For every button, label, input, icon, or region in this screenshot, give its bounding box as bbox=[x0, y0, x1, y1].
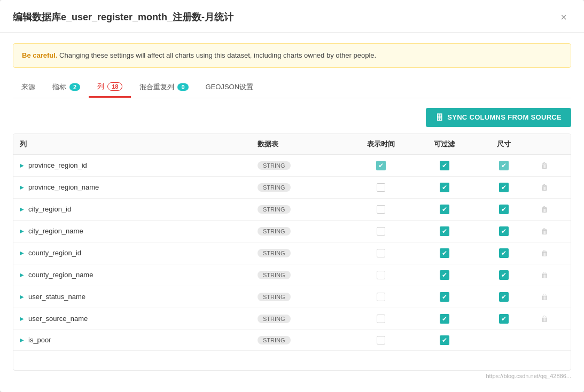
table-row: ▶ county_region_id STRING bbox=[13, 242, 571, 264]
time-checkbox[interactable] bbox=[377, 336, 385, 344]
th-col-name: 列 bbox=[13, 134, 251, 155]
col-type-cell: STRING bbox=[251, 198, 348, 220]
table-section: 🗄 SYNC COLUMNS FROM SOURCE 列 数据表 表示时间 可过… bbox=[13, 108, 571, 382]
expand-arrow-icon[interactable]: ▶ bbox=[20, 316, 24, 322]
delete-row-button[interactable]: 🗑 bbox=[540, 160, 549, 171]
col-time-cell bbox=[348, 242, 415, 264]
tab-source[interactable]: 来源 bbox=[13, 78, 44, 97]
delete-row-button[interactable]: 🗑 bbox=[540, 182, 549, 193]
expand-arrow-icon[interactable]: ▶ bbox=[20, 162, 24, 168]
expand-arrow-icon[interactable]: ▶ bbox=[20, 228, 24, 234]
col-size-cell bbox=[474, 330, 533, 350]
alert-box: Be careful. Changing these settings will… bbox=[13, 43, 571, 68]
delete-row-button[interactable]: 🗑 bbox=[540, 313, 549, 324]
columns-table-wrapper[interactable]: 列 数据表 表示时间 可过滤 尺寸 bbox=[13, 134, 571, 371]
col-type-cell: STRING bbox=[251, 264, 348, 286]
size-checkbox[interactable]: ✔ bbox=[499, 183, 509, 192]
expand-arrow-icon[interactable]: ▶ bbox=[20, 272, 24, 278]
delete-row-button[interactable]: 🗑 bbox=[540, 226, 549, 237]
th-col-size: 尺寸 bbox=[474, 134, 533, 155]
tab-metrics[interactable]: 指标 2 bbox=[44, 78, 89, 97]
filter-checkbox[interactable]: ✔ bbox=[440, 335, 449, 345]
col-time-cell bbox=[348, 198, 415, 220]
column-name-text: user_status_name bbox=[28, 293, 85, 301]
col-size-cell: ✔ bbox=[474, 154, 533, 176]
size-checkbox[interactable]: ✔ bbox=[499, 226, 509, 236]
col-delete-cell: 🗑 bbox=[533, 264, 571, 286]
filter-checkbox[interactable]: ✔ bbox=[440, 183, 449, 192]
col-delete-cell: 🗑 bbox=[533, 308, 571, 330]
delete-row-button[interactable]: 🗑 bbox=[540, 292, 549, 302]
column-name-text: county_region_id bbox=[28, 249, 81, 257]
expand-arrow-icon[interactable]: ▶ bbox=[20, 184, 24, 190]
time-checkbox[interactable] bbox=[377, 271, 385, 279]
th-col-type: 数据表 bbox=[251, 134, 348, 155]
expand-arrow-icon[interactable]: ▶ bbox=[20, 206, 24, 212]
time-checkbox[interactable] bbox=[377, 293, 385, 301]
time-checkbox[interactable]: ✔ bbox=[376, 161, 386, 170]
filter-checkbox[interactable]: ✔ bbox=[440, 270, 449, 280]
col-type-cell: STRING bbox=[251, 330, 348, 350]
col-type-cell: STRING bbox=[251, 242, 348, 264]
size-checkbox[interactable]: ✔ bbox=[499, 161, 509, 170]
filter-checkbox[interactable]: ✔ bbox=[440, 314, 449, 324]
type-badge: STRING bbox=[258, 183, 291, 192]
filter-checkbox[interactable]: ✔ bbox=[440, 248, 449, 258]
time-checkbox[interactable] bbox=[377, 227, 385, 236]
type-badge: STRING bbox=[258, 315, 291, 323]
filter-checkbox[interactable]: ✔ bbox=[440, 161, 449, 170]
th-col-actions bbox=[533, 134, 571, 155]
column-name-text: province_region_name bbox=[28, 183, 99, 191]
col-filter-cell: ✔ bbox=[415, 198, 474, 220]
time-checkbox[interactable] bbox=[377, 315, 385, 323]
col-type-cell: STRING bbox=[251, 286, 348, 308]
tab-mixed[interactable]: 混合重复列 0 bbox=[131, 78, 197, 97]
time-checkbox[interactable] bbox=[377, 205, 385, 214]
tab-geojson[interactable]: GEOJSON设置 bbox=[197, 78, 262, 97]
col-type-cell: STRING bbox=[251, 220, 348, 242]
col-size-cell: ✔ bbox=[474, 242, 533, 264]
size-checkbox[interactable]: ✔ bbox=[499, 205, 509, 214]
col-type-cell: STRING bbox=[251, 154, 348, 176]
close-button[interactable]: × bbox=[556, 10, 571, 25]
col-time-cell bbox=[348, 264, 415, 286]
time-checkbox[interactable] bbox=[377, 183, 385, 192]
col-filter-cell: ✔ bbox=[415, 308, 474, 330]
col-filter-cell: ✔ bbox=[415, 154, 474, 176]
th-col-filter: 可过滤 bbox=[415, 134, 474, 155]
col-name-cell: ▶ county_region_id bbox=[13, 242, 251, 264]
col-filter-cell: ✔ bbox=[415, 286, 474, 308]
tab-mixed-badge: 0 bbox=[177, 83, 188, 91]
col-delete-cell: 🗑 bbox=[533, 176, 571, 198]
size-checkbox[interactable]: ✔ bbox=[499, 292, 509, 302]
tab-columns-badge: 18 bbox=[107, 82, 122, 91]
col-size-cell: ✔ bbox=[474, 264, 533, 286]
size-checkbox[interactable]: ✔ bbox=[499, 248, 509, 258]
table-row: ▶ county_region_name STRING bbox=[13, 264, 571, 286]
filter-checkbox[interactable]: ✔ bbox=[440, 292, 449, 302]
delete-row-button[interactable]: 🗑 bbox=[540, 270, 549, 280]
sync-columns-button[interactable]: 🗄 SYNC COLUMNS FROM SOURCE bbox=[426, 108, 571, 127]
size-checkbox[interactable]: ✔ bbox=[499, 314, 509, 324]
type-badge: STRING bbox=[258, 271, 291, 279]
tab-source-label: 来源 bbox=[21, 82, 35, 92]
size-checkbox[interactable]: ✔ bbox=[499, 270, 509, 280]
filter-checkbox[interactable]: ✔ bbox=[440, 226, 449, 236]
type-badge: STRING bbox=[258, 336, 291, 344]
tab-columns[interactable]: 列 18 bbox=[89, 77, 131, 98]
tab-geojson-label: GEOJSON设置 bbox=[206, 82, 254, 92]
tab-metrics-badge: 2 bbox=[69, 83, 80, 91]
expand-arrow-icon[interactable]: ▶ bbox=[20, 294, 24, 300]
delete-row-button[interactable]: 🗑 bbox=[540, 204, 549, 215]
expand-arrow-icon[interactable]: ▶ bbox=[20, 337, 24, 343]
delete-row-button[interactable]: 🗑 bbox=[540, 248, 549, 258]
col-delete-cell: 🗑 bbox=[533, 286, 571, 308]
col-delete-cell: 🗑 bbox=[533, 198, 571, 220]
filter-checkbox[interactable]: ✔ bbox=[440, 205, 449, 214]
time-checkbox[interactable] bbox=[377, 249, 385, 257]
col-time-cell bbox=[348, 220, 415, 242]
column-name-text: province_region_id bbox=[28, 161, 87, 169]
col-delete-cell bbox=[533, 330, 571, 350]
table-row: ▶ city_region_name STRING bbox=[13, 220, 571, 242]
expand-arrow-icon[interactable]: ▶ bbox=[20, 250, 24, 256]
